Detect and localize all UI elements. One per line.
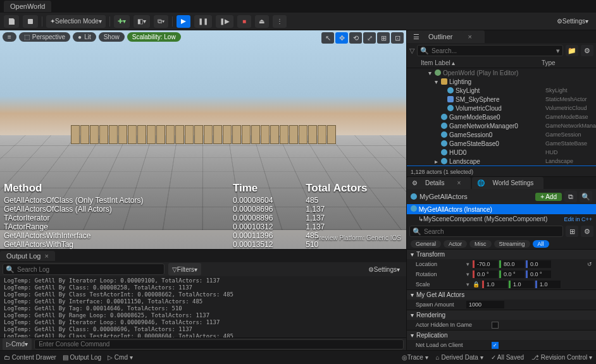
filter-all[interactable]: All (533, 240, 549, 248)
outliner-tab[interactable]: ☰ Outliner × (407, 30, 485, 43)
output-log-button[interactable]: ▤ Output Log (63, 354, 101, 361)
stop-button[interactable]: ■ (237, 15, 251, 28)
tree-row[interactable]: GameModeBase0GameModeBase (407, 112, 596, 121)
eject-button[interactable]: ⏏ (255, 15, 269, 28)
sequencer-button[interactable]: ⧉▾ (154, 15, 168, 28)
filter-streaming[interactable]: Streaming (494, 240, 530, 248)
tree-row[interactable]: GameNetworkManager0GameNetworkManager (407, 121, 596, 130)
spawn-amount-input[interactable]: 1000 (466, 301, 504, 308)
outliner-search-input[interactable] (431, 47, 554, 54)
reset-icon[interactable]: ↺ (587, 261, 592, 267)
browse-button[interactable] (23, 15, 38, 28)
close-icon[interactable]: × (44, 252, 48, 260)
scene-cubes (25, 118, 382, 155)
log-settings-button[interactable]: ⚙ Settings ▾ (364, 263, 404, 276)
play-button[interactable] (177, 15, 190, 28)
settings-button[interactable]: ⚙ Settings ▾ (553, 15, 592, 28)
outliner-settings-button[interactable]: ⚙ (581, 45, 593, 56)
netload-checkbox[interactable]: ✓ (492, 342, 499, 349)
play-options-button[interactable]: ⋮ (273, 15, 287, 28)
snap-button[interactable]: ⊞ (377, 32, 390, 44)
lock-icon[interactable]: 🔒 (473, 281, 480, 288)
outliner-search[interactable]: 🔍 ▾ (417, 45, 563, 56)
select-tool[interactable]: ↖ (321, 32, 334, 44)
revision-control-button[interactable]: ⎇ Revision Control ▾ (531, 354, 592, 361)
section-replication[interactable]: ▾ Replication (407, 331, 596, 340)
tree-row[interactable]: HUD0HUD (407, 148, 596, 157)
save-button[interactable] (4, 15, 19, 28)
derived-data-button[interactable]: ⌂ Derived Data ▾ (436, 354, 483, 361)
viewport[interactable]: ≡ ⬚ Perspective ● Lit Show Scalability: … (0, 30, 406, 249)
section-transform[interactable]: ▾ Transform (407, 250, 596, 259)
search-icon: 🔍 (6, 265, 15, 274)
output-log-tab[interactable]: Output Log × (0, 251, 55, 261)
camera-speed-button[interactable]: ⊡ (391, 32, 404, 44)
log-search[interactable]: 🔍 (3, 264, 165, 275)
tree-row[interactable]: VolumetricCloudVolumetricCloud (407, 104, 596, 112)
level-tab[interactable]: OpenWorld (4, 1, 51, 12)
scale-tool[interactable]: ⤢ (363, 32, 376, 44)
world-settings-tab[interactable]: 🌐 World Settings (472, 177, 543, 189)
filter-actor[interactable]: Actor (444, 240, 467, 248)
component-row[interactable]: ↳ MySceneComponent (MySceneComponent) Ed… (407, 214, 596, 224)
selection-mode-button[interactable]: ✦ Selection Mode ▾ (46, 15, 106, 28)
filter-icon[interactable]: ▽ (409, 47, 414, 55)
add-component-button[interactable]: + Add (535, 193, 562, 201)
actor-icon (411, 205, 417, 212)
log-content[interactable]: LogTemp: GetAll By Iterator Loop: 0.0000… (0, 276, 406, 337)
details-search-input[interactable] (424, 228, 560, 235)
col-type[interactable]: Type (542, 59, 592, 66)
location-input[interactable]: -70.080.00.0 (473, 260, 585, 268)
filter-general[interactable]: General (411, 240, 441, 248)
outliner-panel: ☰ Outliner × ▽ 🔍 ▾ 📁 ⚙ Item Label ▴ Type… (407, 30, 596, 176)
add-content-button[interactable]: ✚▾ (114, 15, 130, 28)
details-tab[interactable]: ⚙ Details × (407, 177, 471, 189)
tree-row[interactable]: ▸LandscapeLandscape (407, 157, 596, 166)
section-rendering[interactable]: ▾ Rendering (407, 310, 596, 320)
perspective-button[interactable]: ⬚ Perspective (19, 32, 70, 42)
cmd-button[interactable]: ▷ Cmd ▾ (108, 354, 133, 361)
log-search-input[interactable] (17, 266, 161, 273)
property-matrix-button[interactable]: ⊞ (566, 226, 578, 237)
hierarchy-button[interactable]: ⧉ (564, 191, 577, 202)
scale-input[interactable]: 1.01.01.0 (482, 281, 592, 288)
scalability-badge[interactable]: Scalability: Low (127, 32, 181, 42)
blueprints-button[interactable]: ◧▾ (133, 15, 150, 28)
rotation-input[interactable]: 0.0 °0.0 °0.0 ° (473, 270, 592, 278)
frame-skip-button[interactable]: ❚▶ (216, 15, 233, 28)
filter-misc[interactable]: Misc (469, 240, 492, 248)
viewport-menu[interactable]: ≡ (3, 32, 16, 42)
tree-row[interactable]: GameStateBase0GameStateBase (407, 139, 596, 148)
search-icon: 🔍 (413, 228, 421, 236)
console-input[interactable] (34, 339, 404, 349)
edit-cpp-link[interactable]: Edit in C++ (564, 216, 592, 222)
close-icon[interactable]: × (452, 178, 466, 188)
instance-row[interactable]: MyGetAllActors (Instance) (407, 204, 596, 214)
pause-button[interactable]: ❚❚ (194, 15, 212, 28)
search-icon: 🔍 (420, 47, 429, 55)
cmd-type-button[interactable]: ▷ Cmd ▾ (3, 338, 32, 351)
rotate-tool[interactable]: ⟲ (349, 32, 362, 44)
col-item-label[interactable]: Item Label ▴ (421, 59, 542, 66)
hidden-checkbox[interactable] (492, 322, 499, 329)
tree-row[interactable]: ▾OpenWorld (Play In Editor) (407, 68, 596, 77)
details-search[interactable]: 🔍 (409, 226, 563, 237)
lit-button[interactable]: ● Lit (73, 32, 96, 42)
section-mygetall[interactable]: ▾ My Get All Actors (407, 290, 596, 300)
all-saved-label[interactable]: ✓ All Saved (491, 354, 524, 361)
details-settings-button[interactable]: ⚙ (581, 226, 593, 237)
content-drawer-button[interactable]: 🗀 Content Drawer (4, 354, 56, 361)
close-icon[interactable]: × (462, 32, 478, 42)
show-button[interactable]: Show (99, 32, 125, 42)
translate-tool[interactable]: ✥ (335, 32, 348, 44)
browse-asset-button[interactable]: 🔍 (580, 191, 592, 202)
tree-row[interactable]: ▾Lighting (407, 77, 596, 86)
new-folder-button[interactable]: 📁 (566, 45, 578, 56)
perf-overlay: Method Time Total Actors GetAllActorsOfC… (4, 182, 402, 249)
tree-row[interactable]: GameSession0GameSession (407, 130, 596, 139)
trace-button[interactable]: ◎Trace ▾ (402, 354, 428, 361)
filters-button[interactable]: ▽ Filters ▾ (168, 263, 201, 276)
tree-row[interactable]: SkyLightSkyLight (407, 86, 596, 95)
chevron-down-icon[interactable]: ▾ (556, 47, 560, 55)
tree-row[interactable]: SM_SkySphereStaticMeshActor (407, 95, 596, 104)
